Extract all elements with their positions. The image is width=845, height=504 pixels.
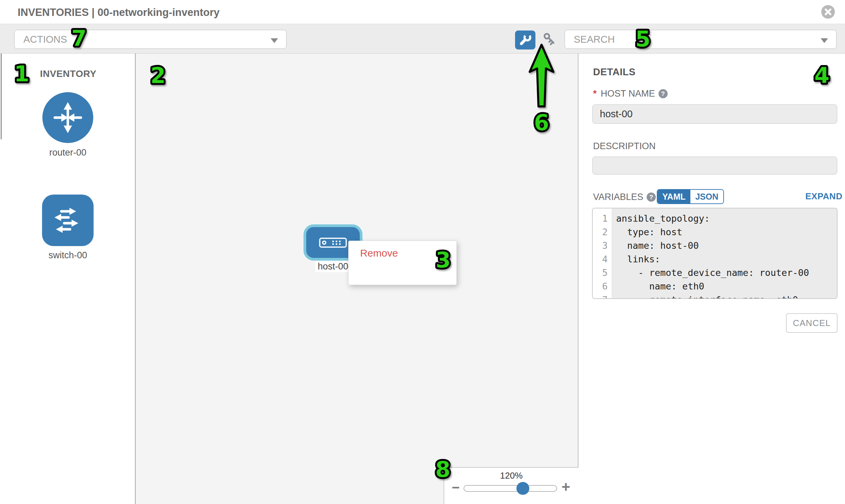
- host-name-label: * HOST NAME ?: [593, 88, 668, 99]
- host-name-field[interactable]: [592, 104, 837, 124]
- inventory-palette: INVENTORY router-00: [0, 54, 136, 504]
- zoom-slider-track[interactable]: [463, 485, 557, 492]
- palette-scrollbar[interactable]: [1, 54, 2, 139]
- node-context-menu: Details Remove: [348, 241, 457, 285]
- details-heading: DETAILS: [593, 67, 635, 78]
- search-dropdown-label: SEARCH: [574, 34, 615, 45]
- zoom-level-value: 120%: [444, 470, 579, 481]
- cancel-button[interactable]: CANCEL: [786, 313, 838, 333]
- expand-link[interactable]: EXPAND: [805, 191, 842, 202]
- tab-json[interactable]: JSON: [690, 190, 723, 203]
- palette-item-label: router-00: [0, 147, 136, 158]
- variables-code-editor[interactable]: 1 ansible_topology: 2 type: host 3 name:…: [592, 208, 838, 299]
- switch-icon: [50, 202, 86, 238]
- palette-item-router-00[interactable]: [42, 92, 93, 143]
- editor-line: 1 ansible_topology:: [593, 212, 837, 226]
- host-server-icon: [319, 238, 347, 248]
- zoom-control: 120% − +: [443, 467, 579, 504]
- editor-line: 2 type: host: [593, 226, 837, 239]
- context-menu-item-remove[interactable]: Remove: [349, 244, 456, 262]
- zoom-in-button[interactable]: +: [562, 479, 570, 496]
- palette-item-switch-00[interactable]: [42, 195, 93, 246]
- required-marker: *: [593, 88, 597, 99]
- palette-item-label: switch-00: [0, 250, 136, 260]
- page-header: INVENTORIES | 00-networking-inventory: [0, 0, 845, 24]
- editor-line: 4 links:: [593, 252, 837, 266]
- close-button[interactable]: [821, 5, 835, 19]
- toolbar-settings-button[interactable]: [515, 31, 535, 50]
- variables-format-toggle: YAML JSON: [657, 189, 724, 204]
- topology-canvas[interactable]: host-00 Details Remove 120% − +: [136, 54, 579, 504]
- close-icon: [824, 8, 832, 16]
- router-icon: [50, 100, 85, 135]
- description-label: DESCRIPTION: [593, 141, 656, 151]
- zoom-slider-thumb[interactable]: [516, 482, 529, 495]
- dropdown-caret-icon: [821, 38, 828, 43]
- dropdown-caret-icon: [270, 38, 278, 43]
- help-icon[interactable]: ?: [658, 89, 668, 98]
- details-panel: DETAILS * HOST NAME ? DESCRIPTION VARIAB…: [579, 54, 845, 504]
- editor-line: 7 remote_interface_name: eth0: [593, 293, 837, 299]
- actions-dropdown-label: ACTIONS: [23, 34, 67, 45]
- inventory-topology-screen: INVENTORIES | 00-networking-inventory AC…: [0, 0, 845, 504]
- variables-label: VARIABLES ?: [593, 192, 656, 202]
- editor-line: 3 name: host-00: [593, 239, 837, 252]
- toolbar-key-button[interactable]: [542, 33, 557, 48]
- editor-line: 5 - remote_device_name: router-00: [593, 266, 837, 280]
- description-field[interactable]: [592, 157, 837, 175]
- key-icon: [542, 33, 557, 48]
- zoom-out-button[interactable]: −: [452, 480, 459, 495]
- page-title: INVENTORIES | 00-networking-inventory: [18, 0, 219, 24]
- wrench-icon: [518, 33, 532, 47]
- search-dropdown[interactable]: SEARCH: [565, 30, 837, 49]
- tab-yaml[interactable]: YAML: [657, 190, 690, 203]
- toolbar: ACTIONS SEARCH: [0, 24, 845, 54]
- actions-dropdown[interactable]: ACTIONS: [14, 30, 286, 49]
- editor-line: 6 name: eth0: [593, 280, 837, 293]
- help-icon[interactable]: ?: [647, 193, 656, 202]
- palette-heading: INVENTORY: [40, 69, 96, 79]
